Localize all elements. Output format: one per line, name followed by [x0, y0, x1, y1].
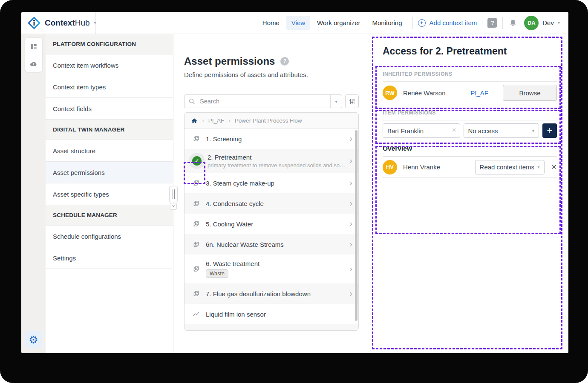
topbar-divider	[412, 17, 413, 29]
notifications-bell-icon[interactable]	[509, 19, 517, 27]
nav-view[interactable]: View	[286, 16, 310, 30]
layout-view-icon[interactable]	[25, 38, 42, 55]
avatar: HV	[383, 160, 397, 174]
check-icon: ✓	[192, 156, 202, 166]
breadcrumb-pi-af[interactable]: PI_AF	[208, 117, 225, 124]
chevron-right-icon: ›	[349, 264, 352, 274]
user-input[interactable]	[383, 123, 460, 138]
access-panel: Access for 2. Pretreatment INHERITED PER…	[371, 34, 568, 353]
title-help-icon[interactable]: ?	[280, 57, 289, 66]
breadcrumb-power-plant[interactable]: Power Plant Process Flow	[235, 117, 302, 124]
overview-header: Overview	[383, 145, 557, 157]
selected-checkbox[interactable]: ✓	[189, 153, 205, 169]
search-box: ▾	[184, 94, 342, 108]
asset-description: primary treatment to remove suspended so…	[208, 162, 348, 169]
chevron-down-icon: ▾	[538, 165, 540, 169]
screenshot-frame: ContextHub ▾ Home View Work organizer Mo…	[0, 0, 588, 383]
nav-monitoring[interactable]: Monitoring	[367, 16, 407, 30]
asset-permissions-panel: Asset permissions ? Define permissions o…	[173, 34, 371, 353]
inherited-user-name: Renée Warson	[403, 89, 446, 97]
app-window: ContextHub ▾ Home View Work organizer Mo…	[21, 12, 568, 353]
add-permission-button[interactable]: +	[542, 123, 557, 138]
asset-row-screening[interactable]: 1. Screening ›	[184, 129, 358, 149]
help-icon[interactable]: ?	[487, 18, 497, 28]
settings-gear-icon[interactable]: ⚙	[25, 331, 42, 348]
cube-icon	[190, 241, 202, 248]
breadcrumb-separator: ›	[228, 117, 231, 124]
search-input[interactable]	[199, 97, 330, 105]
cube-icon	[190, 290, 202, 297]
sidebar-item-asset-permissions[interactable]: Asset permissions	[46, 162, 173, 183]
plus-circle-icon: +	[418, 19, 426, 27]
asset-row-liquid-film-ion-sensor[interactable]: Liquid film ion sensor	[184, 304, 358, 324]
page-title: Asset permissions	[184, 55, 275, 67]
sidebar: PLATFORM CONFIGURATION Context item work…	[46, 34, 173, 353]
topbar-divider	[502, 17, 503, 29]
contexthub-logo-icon	[27, 16, 41, 30]
cube-icon	[190, 180, 202, 187]
asset-row-cooling-water[interactable]: 5. Cooling Water ›	[184, 214, 358, 234]
cloud-upload-icon[interactable]	[25, 55, 42, 72]
chevron-right-icon: ›	[349, 240, 352, 249]
page-subtitle: Define permissions of assets and attribu…	[184, 71, 359, 78]
rail-button-group	[25, 37, 43, 72]
asset-row-condensate-cycle[interactable]: 4. Condensate cycle ›	[184, 193, 358, 214]
home-icon[interactable]	[191, 117, 198, 124]
overview-access-select[interactable]: Read context items ▾	[475, 160, 545, 174]
sidebar-item-asset-structure[interactable]: Asset structure	[46, 140, 173, 162]
chevron-right-icon: ›	[349, 156, 352, 166]
main-nav: Home View Work organizer Monitoring	[257, 16, 407, 30]
asset-list: › PI_AF › Power Plant Process Flow	[184, 112, 359, 331]
asset-row-flue-gas[interactable]: 7. Flue gas desulfurization blowdown ›	[184, 283, 358, 304]
asset-row-nuclear-waste-streams[interactable]: 6n. Nuclear Waste Streams ›	[184, 234, 358, 254]
overview-permission-row: HV Henri Vranke Read context items ▾ ✕	[383, 157, 557, 178]
sidebar-section-digital-twin-manager: DIGITAL TWIN MANAGER	[46, 120, 173, 140]
chevron-right-icon: ›	[349, 178, 352, 188]
add-context-item-button[interactable]: + Add context item	[418, 19, 477, 27]
breadcrumb-separator: ›	[202, 117, 204, 124]
sidebar-collapse-icon[interactable]: ✕	[170, 203, 177, 210]
top-bar: ContextHub ▾ Home View Work organizer Mo…	[21, 12, 568, 34]
sidebar-item-asset-specific-types[interactable]: Asset specific types	[46, 183, 173, 205]
sidebar-item-schedule-configurations[interactable]: Schedule configurations	[46, 226, 173, 247]
remove-permission-icon[interactable]: ✕	[551, 163, 557, 171]
cube-icon	[190, 220, 202, 228]
chevron-down-icon: ▾	[532, 129, 534, 133]
waste-tag: Waste	[206, 269, 228, 278]
logo-chevron-down-icon[interactable]: ▾	[94, 20, 96, 25]
overview-user-name: Henri Vranke	[403, 163, 440, 171]
sidebar-item-context-item-types[interactable]: Context item types	[46, 76, 173, 98]
cube-icon	[190, 266, 202, 273]
clear-input-icon[interactable]: ✕	[452, 127, 457, 133]
asset-row-waste-treatment[interactable]: 6. Waste treatment Waste ›	[184, 254, 358, 283]
sidebar-item-context-fields[interactable]: Context fields	[46, 98, 173, 120]
app-body: ⚙ PLATFORM CONFIGURATION Context item wo…	[21, 34, 568, 353]
sidebar-item-settings[interactable]: Settings	[46, 247, 173, 269]
chevron-right-icon: ›	[349, 199, 352, 209]
access-level-select[interactable]: No access ▾	[464, 123, 539, 138]
browse-button[interactable]: Browse	[503, 85, 557, 101]
avatar: RW	[383, 86, 397, 100]
nav-work-organizer[interactable]: Work organizer	[312, 16, 365, 30]
user-menu[interactable]: DA Dev ▾	[524, 16, 560, 30]
access-panel-title: Access for 2. Pretreatment	[383, 46, 557, 57]
asset-row-steam-cycle[interactable]: 3. Steam cycle make-up ›	[184, 173, 358, 193]
sidebar-section-platform-configuration: PLATFORM CONFIGURATION	[46, 34, 173, 54]
sidebar-item-context-item-workflows[interactable]: Context item workflows	[46, 54, 173, 76]
filter-sliders-icon[interactable]	[345, 94, 359, 108]
user-avatar: DA	[524, 16, 539, 30]
chevron-right-icon: ›	[349, 289, 352, 299]
sidebar-section-schedule-manager: SCHEDULE MANAGER	[46, 205, 173, 226]
add-permission-row: ✕ No access ▾ +	[383, 123, 557, 138]
nav-home[interactable]: Home	[257, 16, 285, 30]
asset-row-pretreatment[interactable]: ✓ 2. Pretreatment primary treatment to r…	[184, 149, 358, 173]
sidebar-resize-handle[interactable]	[169, 186, 178, 202]
divider	[383, 120, 557, 120]
user-name: Dev	[542, 19, 554, 26]
user-search-field: ✕	[383, 123, 460, 138]
left-icon-rail: ⚙	[21, 34, 46, 353]
pi-af-link[interactable]: PI_AF	[470, 89, 488, 97]
breadcrumb: › PI_AF › Power Plant Process Flow	[184, 113, 358, 129]
search-dropdown-chevron-icon[interactable]: ▾	[330, 95, 342, 108]
list-scrollbar[interactable]	[355, 130, 357, 321]
